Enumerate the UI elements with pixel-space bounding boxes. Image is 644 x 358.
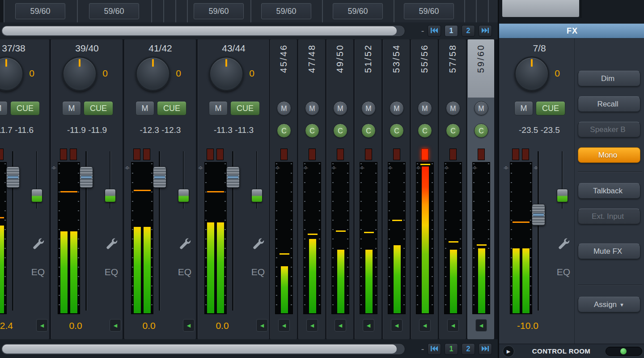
trim-slider[interactable] xyxy=(31,189,42,202)
collapse-button[interactable]: ◀ xyxy=(306,319,318,332)
cue-button[interactable]: C xyxy=(474,124,488,138)
pan-knob[interactable] xyxy=(209,56,244,91)
trim-slider[interactable] xyxy=(178,189,189,202)
collapse-button[interactable]: ◀ xyxy=(335,319,346,332)
h-scrollbar-track[interactable] xyxy=(1,25,405,37)
mute-button[interactable]: M xyxy=(209,101,228,115)
cue-button[interactable]: C xyxy=(333,124,347,138)
cue-button[interactable]: C xyxy=(446,124,460,138)
fx-function-button[interactable]: Dim xyxy=(578,71,640,86)
last-page-button[interactable] xyxy=(479,343,492,355)
shrink-button[interactable]: - xyxy=(419,344,426,354)
mute-button[interactable]: M xyxy=(418,101,432,115)
pan-knob[interactable] xyxy=(62,56,97,91)
page-1-button[interactable]: 1 xyxy=(445,343,458,355)
volume-fader[interactable] xyxy=(532,204,545,226)
fx-function-button[interactable]: Mono xyxy=(578,147,640,163)
channel-name-tab[interactable]: 59/60 xyxy=(89,3,139,19)
fx-function-button[interactable]: Talkback xyxy=(578,183,640,199)
collapse-button[interactable]: ◀ xyxy=(447,319,459,332)
scroll-dot[interactable] xyxy=(620,348,627,354)
trim-slider[interactable] xyxy=(557,189,568,202)
eq-button[interactable]: EQ xyxy=(25,267,51,277)
cue-button[interactable]: C xyxy=(305,124,319,138)
cue-button[interactable]: C xyxy=(390,124,404,138)
collapse-button[interactable]: ◀ xyxy=(363,319,374,332)
page-1-button[interactable]: 1 xyxy=(445,25,458,37)
cue-button[interactable]: CUE xyxy=(84,101,113,115)
eq-button[interactable]: EQ xyxy=(246,267,271,277)
cue-button[interactable]: CUE xyxy=(157,101,186,115)
channel-name-tab[interactable]: 59/60 xyxy=(194,3,244,19)
pan-knob[interactable] xyxy=(514,56,549,91)
mute-button[interactable]: M xyxy=(474,101,488,115)
wrench-icon[interactable] xyxy=(178,238,192,251)
wrench-icon[interactable] xyxy=(252,238,265,251)
wrench-icon[interactable] xyxy=(557,238,571,251)
cue-button[interactable]: CUE xyxy=(536,101,565,115)
cue-button[interactable]: CUE xyxy=(230,101,260,115)
page-2-button[interactable]: 2 xyxy=(462,25,475,37)
mute-button[interactable]: M xyxy=(514,101,533,115)
wrench-icon[interactable] xyxy=(105,238,119,251)
eq-button[interactable]: EQ xyxy=(99,267,124,277)
shrink-button[interactable]: - xyxy=(419,26,426,36)
collapse-button[interactable]: ◀ xyxy=(183,319,195,332)
pan-knob[interactable] xyxy=(136,56,170,91)
meter-body xyxy=(204,162,227,314)
collapse-button[interactable]: ◀ xyxy=(391,319,402,332)
fx-function-button[interactable]: Ext. Input xyxy=(578,209,640,224)
fx-function-button[interactable]: Assign▼ xyxy=(578,297,640,312)
mute-button[interactable]: M xyxy=(0,101,8,115)
mute-button[interactable]: M xyxy=(333,101,347,115)
collapse-button[interactable]: ◀ xyxy=(36,319,48,332)
last-page-button[interactable] xyxy=(479,25,492,37)
first-page-button[interactable] xyxy=(428,343,441,355)
collapse-button[interactable]: ◀ xyxy=(256,319,268,332)
fx-function-button[interactable]: Recall xyxy=(578,96,640,112)
cue-button[interactable]: CUE xyxy=(10,101,40,115)
pan-knob[interactable] xyxy=(0,56,24,91)
channel-name-tab[interactable]: 59/60 xyxy=(333,3,383,19)
volume-fader[interactable] xyxy=(6,166,20,188)
h-scrollbar-thumb[interactable] xyxy=(2,26,397,35)
h-scrollbar-thumb[interactable] xyxy=(2,345,397,354)
cue-button[interactable]: C xyxy=(361,124,376,138)
fader-track[interactable] xyxy=(538,151,539,311)
fx-function-button[interactable]: Speaker B xyxy=(578,122,640,137)
channel-name: 43/44 xyxy=(198,43,269,54)
control-room-expand-button[interactable]: ▶ xyxy=(503,345,514,357)
control-room-scrollbar[interactable] xyxy=(606,347,642,356)
cue-button[interactable]: C xyxy=(418,124,432,138)
meter-bar xyxy=(478,248,485,313)
volume-fader[interactable] xyxy=(80,166,93,188)
collapse-button[interactable]: ◀ xyxy=(278,319,290,332)
h-scrollbar-track[interactable] xyxy=(1,343,405,355)
volume-fader[interactable] xyxy=(153,166,166,188)
page-2-button[interactable]: 2 xyxy=(462,343,475,355)
mute-button[interactable]: M xyxy=(62,101,81,115)
first-page-button[interactable] xyxy=(428,25,441,37)
meter-bar xyxy=(422,166,429,313)
mute-button[interactable]: M xyxy=(361,101,376,115)
mute-button[interactable]: M xyxy=(136,101,154,115)
channel-name-tab[interactable]: 59/60 xyxy=(261,3,311,19)
mute-button[interactable]: M xyxy=(446,101,460,115)
mute-button[interactable]: M xyxy=(305,101,319,115)
channel-name-tab[interactable]: 59/60 xyxy=(15,3,65,19)
channel-name-tab[interactable]: 59/60 xyxy=(404,3,454,19)
eq-button[interactable]: EQ xyxy=(172,267,197,277)
mute-button[interactable]: M xyxy=(390,101,404,115)
trim-slider[interactable] xyxy=(251,189,263,202)
cue-button[interactable]: C xyxy=(277,124,291,138)
trim-slider[interactable] xyxy=(105,189,116,202)
fx-function-button[interactable]: Mute FX xyxy=(578,243,640,259)
level-meter: -0- xyxy=(444,149,462,315)
mute-button[interactable]: M xyxy=(277,101,291,115)
volume-fader[interactable] xyxy=(226,166,240,188)
wrench-icon[interactable] xyxy=(32,238,45,251)
eq-button[interactable]: EQ xyxy=(551,267,576,277)
collapse-button[interactable]: ◀ xyxy=(419,319,431,332)
collapse-button[interactable]: ◀ xyxy=(475,319,487,332)
collapse-button[interactable]: ◀ xyxy=(110,319,121,332)
